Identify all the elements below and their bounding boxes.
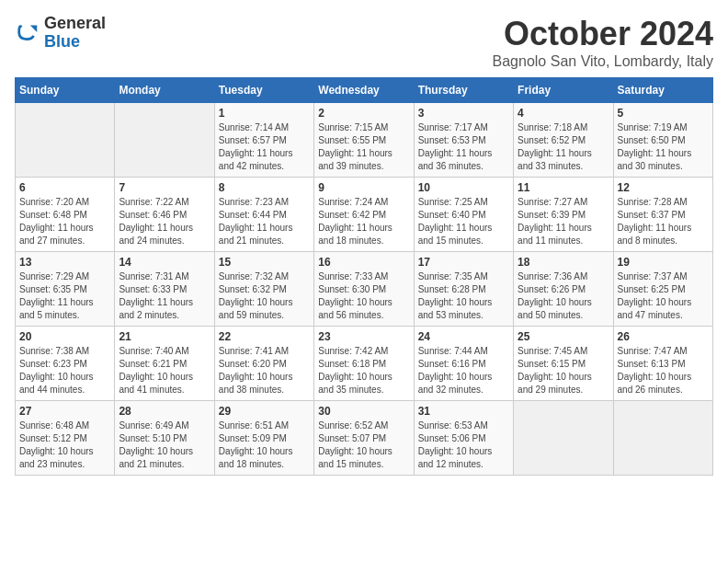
calendar-cell bbox=[613, 401, 712, 476]
cell-content: Sunrise: 7:38 AM Sunset: 6:23 PM Dayligh… bbox=[19, 345, 110, 396]
calendar-cell: 26Sunrise: 7:47 AM Sunset: 6:13 PM Dayli… bbox=[613, 327, 712, 401]
day-number: 21 bbox=[119, 330, 210, 343]
day-number: 19 bbox=[618, 256, 709, 269]
calendar-cell: 17Sunrise: 7:35 AM Sunset: 6:28 PM Dayli… bbox=[414, 252, 513, 327]
page-header: General Blue October 2024 Bagnolo San Vi… bbox=[15, 15, 713, 70]
calendar-cell: 14Sunrise: 7:31 AM Sunset: 6:33 PM Dayli… bbox=[115, 252, 214, 327]
cell-content: Sunrise: 7:33 AM Sunset: 6:30 PM Dayligh… bbox=[318, 270, 409, 322]
cell-content: Sunrise: 7:41 AM Sunset: 6:20 PM Dayligh… bbox=[219, 345, 310, 396]
calendar-cell bbox=[514, 401, 613, 476]
calendar-week-row: 1Sunrise: 7:14 AM Sunset: 6:57 PM Daylig… bbox=[16, 103, 713, 178]
calendar-cell: 11Sunrise: 7:27 AM Sunset: 6:39 PM Dayli… bbox=[514, 178, 613, 252]
calendar-cell: 23Sunrise: 7:42 AM Sunset: 6:18 PM Dayli… bbox=[314, 327, 414, 401]
day-number: 30 bbox=[318, 405, 409, 418]
day-number: 27 bbox=[19, 405, 110, 418]
month-title: October 2024 bbox=[493, 15, 713, 53]
calendar-cell: 10Sunrise: 7:25 AM Sunset: 6:40 PM Dayli… bbox=[414, 178, 513, 252]
logo: General Blue bbox=[15, 15, 106, 52]
day-number: 20 bbox=[19, 330, 110, 343]
cell-content: Sunrise: 7:14 AM Sunset: 6:57 PM Dayligh… bbox=[219, 121, 310, 173]
day-header-thursday: Thursday bbox=[414, 78, 513, 103]
calendar-cell: 15Sunrise: 7:32 AM Sunset: 6:32 PM Dayli… bbox=[214, 252, 313, 327]
calendar-cell: 12Sunrise: 7:28 AM Sunset: 6:37 PM Dayli… bbox=[613, 178, 712, 252]
calendar-cell: 13Sunrise: 7:29 AM Sunset: 6:35 PM Dayli… bbox=[16, 252, 115, 327]
day-number: 25 bbox=[518, 330, 609, 343]
cell-content: Sunrise: 7:18 AM Sunset: 6:52 PM Dayligh… bbox=[518, 121, 609, 173]
cell-content: Sunrise: 7:45 AM Sunset: 6:15 PM Dayligh… bbox=[518, 345, 609, 396]
day-number: 12 bbox=[618, 181, 709, 194]
cell-content: Sunrise: 7:20 AM Sunset: 6:48 PM Dayligh… bbox=[19, 196, 110, 247]
calendar-week-row: 13Sunrise: 7:29 AM Sunset: 6:35 PM Dayli… bbox=[16, 252, 713, 327]
cell-content: Sunrise: 7:27 AM Sunset: 6:39 PM Dayligh… bbox=[518, 196, 609, 247]
calendar-cell: 18Sunrise: 7:36 AM Sunset: 6:26 PM Dayli… bbox=[514, 252, 613, 327]
day-number: 6 bbox=[19, 181, 110, 194]
cell-content: Sunrise: 7:36 AM Sunset: 6:26 PM Dayligh… bbox=[518, 270, 609, 322]
calendar-table: SundayMondayTuesdayWednesdayThursdayFrid… bbox=[15, 77, 713, 476]
day-number: 2 bbox=[318, 107, 409, 120]
cell-content: Sunrise: 7:32 AM Sunset: 6:32 PM Dayligh… bbox=[219, 270, 310, 322]
calendar-cell: 2Sunrise: 7:15 AM Sunset: 6:55 PM Daylig… bbox=[314, 103, 414, 178]
cell-content: Sunrise: 6:51 AM Sunset: 5:09 PM Dayligh… bbox=[219, 419, 310, 471]
day-number: 15 bbox=[219, 256, 310, 269]
day-number: 29 bbox=[219, 405, 310, 418]
calendar-cell: 6Sunrise: 7:20 AM Sunset: 6:48 PM Daylig… bbox=[16, 178, 115, 252]
calendar-week-row: 20Sunrise: 7:38 AM Sunset: 6:23 PM Dayli… bbox=[16, 327, 713, 401]
day-number: 31 bbox=[418, 405, 509, 418]
day-header-sunday: Sunday bbox=[16, 78, 115, 103]
calendar-cell: 9Sunrise: 7:24 AM Sunset: 6:42 PM Daylig… bbox=[314, 178, 414, 252]
day-number: 23 bbox=[318, 330, 409, 343]
day-number: 22 bbox=[219, 330, 310, 343]
day-number: 14 bbox=[119, 256, 210, 269]
calendar-cell: 19Sunrise: 7:37 AM Sunset: 6:25 PM Dayli… bbox=[613, 252, 712, 327]
day-number: 16 bbox=[318, 256, 409, 269]
day-number: 13 bbox=[19, 256, 110, 269]
cell-content: Sunrise: 6:49 AM Sunset: 5:10 PM Dayligh… bbox=[119, 419, 210, 471]
calendar-cell: 1Sunrise: 7:14 AM Sunset: 6:57 PM Daylig… bbox=[214, 103, 313, 178]
cell-content: Sunrise: 6:53 AM Sunset: 5:06 PM Dayligh… bbox=[418, 419, 509, 471]
day-number: 24 bbox=[418, 330, 509, 343]
calendar-cell: 3Sunrise: 7:17 AM Sunset: 6:53 PM Daylig… bbox=[414, 103, 513, 178]
day-number: 10 bbox=[418, 181, 509, 194]
cell-content: Sunrise: 7:40 AM Sunset: 6:21 PM Dayligh… bbox=[119, 345, 210, 396]
calendar-week-row: 6Sunrise: 7:20 AM Sunset: 6:48 PM Daylig… bbox=[16, 178, 713, 252]
calendar-cell: 20Sunrise: 7:38 AM Sunset: 6:23 PM Dayli… bbox=[16, 327, 115, 401]
cell-content: Sunrise: 7:29 AM Sunset: 6:35 PM Dayligh… bbox=[19, 270, 110, 322]
cell-content: Sunrise: 7:25 AM Sunset: 6:40 PM Dayligh… bbox=[418, 196, 509, 247]
day-number: 7 bbox=[119, 181, 210, 194]
day-number: 17 bbox=[418, 256, 509, 269]
calendar-cell: 8Sunrise: 7:23 AM Sunset: 6:44 PM Daylig… bbox=[214, 178, 313, 252]
day-header-friday: Friday bbox=[514, 78, 613, 103]
cell-content: Sunrise: 7:15 AM Sunset: 6:55 PM Dayligh… bbox=[318, 121, 409, 173]
location-title: Bagnolo San Vito, Lombardy, Italy bbox=[493, 53, 713, 70]
calendar-cell: 7Sunrise: 7:22 AM Sunset: 6:46 PM Daylig… bbox=[115, 178, 214, 252]
logo-text: General Blue bbox=[44, 15, 106, 52]
cell-content: Sunrise: 7:23 AM Sunset: 6:44 PM Dayligh… bbox=[219, 196, 310, 247]
day-number: 5 bbox=[618, 107, 709, 120]
cell-content: Sunrise: 6:48 AM Sunset: 5:12 PM Dayligh… bbox=[19, 419, 110, 471]
day-number: 9 bbox=[318, 181, 409, 194]
calendar-cell bbox=[16, 103, 115, 178]
calendar-cell: 27Sunrise: 6:48 AM Sunset: 5:12 PM Dayli… bbox=[16, 401, 115, 476]
calendar-cell: 25Sunrise: 7:45 AM Sunset: 6:15 PM Dayli… bbox=[514, 327, 613, 401]
cell-content: Sunrise: 7:35 AM Sunset: 6:28 PM Dayligh… bbox=[418, 270, 509, 322]
calendar-cell: 22Sunrise: 7:41 AM Sunset: 6:20 PM Dayli… bbox=[214, 327, 313, 401]
day-number: 4 bbox=[518, 107, 609, 120]
calendar-cell: 16Sunrise: 7:33 AM Sunset: 6:30 PM Dayli… bbox=[314, 252, 414, 327]
title-block: October 2024 Bagnolo San Vito, Lombardy,… bbox=[493, 15, 713, 70]
day-number: 3 bbox=[418, 107, 509, 120]
cell-content: Sunrise: 7:22 AM Sunset: 6:46 PM Dayligh… bbox=[119, 196, 210, 247]
day-number: 11 bbox=[518, 181, 609, 194]
calendar-cell: 29Sunrise: 6:51 AM Sunset: 5:09 PM Dayli… bbox=[214, 401, 313, 476]
cell-content: Sunrise: 7:24 AM Sunset: 6:42 PM Dayligh… bbox=[318, 196, 409, 247]
day-number: 28 bbox=[119, 405, 210, 418]
cell-content: Sunrise: 7:42 AM Sunset: 6:18 PM Dayligh… bbox=[318, 345, 409, 396]
cell-content: Sunrise: 7:31 AM Sunset: 6:33 PM Dayligh… bbox=[119, 270, 210, 322]
day-header-monday: Monday bbox=[115, 78, 214, 103]
cell-content: Sunrise: 6:52 AM Sunset: 5:07 PM Dayligh… bbox=[318, 419, 409, 471]
day-number: 8 bbox=[219, 181, 310, 194]
calendar-cell bbox=[115, 103, 214, 178]
calendar-cell: 30Sunrise: 6:52 AM Sunset: 5:07 PM Dayli… bbox=[314, 401, 414, 476]
calendar-cell: 31Sunrise: 6:53 AM Sunset: 5:06 PM Dayli… bbox=[414, 401, 513, 476]
cell-content: Sunrise: 7:17 AM Sunset: 6:53 PM Dayligh… bbox=[418, 121, 509, 173]
day-header-wednesday: Wednesday bbox=[314, 78, 414, 103]
